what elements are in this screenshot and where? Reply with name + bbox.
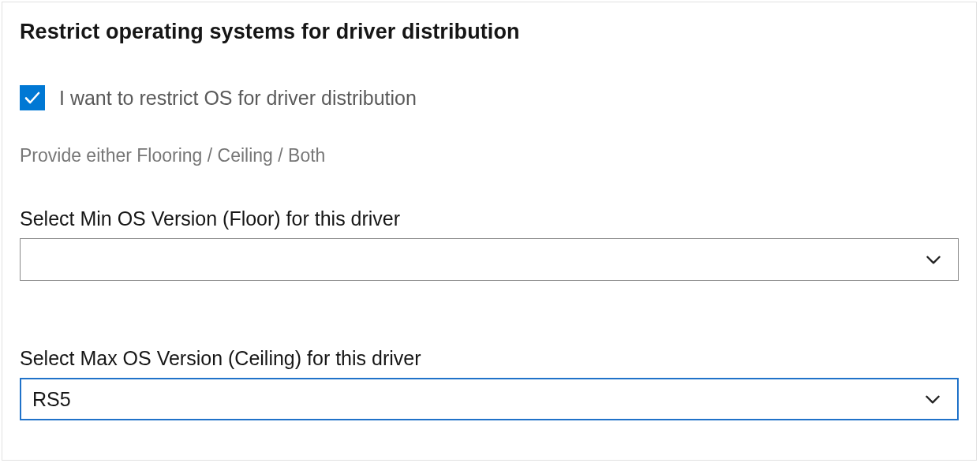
page-title: Restrict operating systems for driver di… [20, 20, 959, 44]
max-os-label: Select Max OS Version (Ceiling) for this… [20, 347, 959, 370]
min-os-select[interactable] [20, 238, 959, 281]
chevron-down-icon [923, 249, 944, 270]
max-os-value: RS5 [32, 388, 922, 411]
restrict-os-checkbox[interactable] [20, 85, 45, 110]
checkmark-icon [23, 88, 42, 107]
min-os-field: Select Min OS Version (Floor) for this d… [20, 207, 959, 281]
restrict-os-checkbox-label: I want to restrict OS for driver distrib… [59, 86, 417, 110]
chevron-down-icon [922, 389, 943, 409]
floor-ceiling-hint: Provide either Flooring / Ceiling / Both [20, 145, 959, 166]
restrict-os-checkbox-row: I want to restrict OS for driver distrib… [20, 85, 959, 110]
max-os-select[interactable]: RS5 [20, 378, 959, 420]
restrict-os-panel: Restrict operating systems for driver di… [2, 2, 977, 461]
min-os-label: Select Min OS Version (Floor) for this d… [20, 207, 959, 230]
max-os-field: Select Max OS Version (Ceiling) for this… [20, 347, 959, 420]
